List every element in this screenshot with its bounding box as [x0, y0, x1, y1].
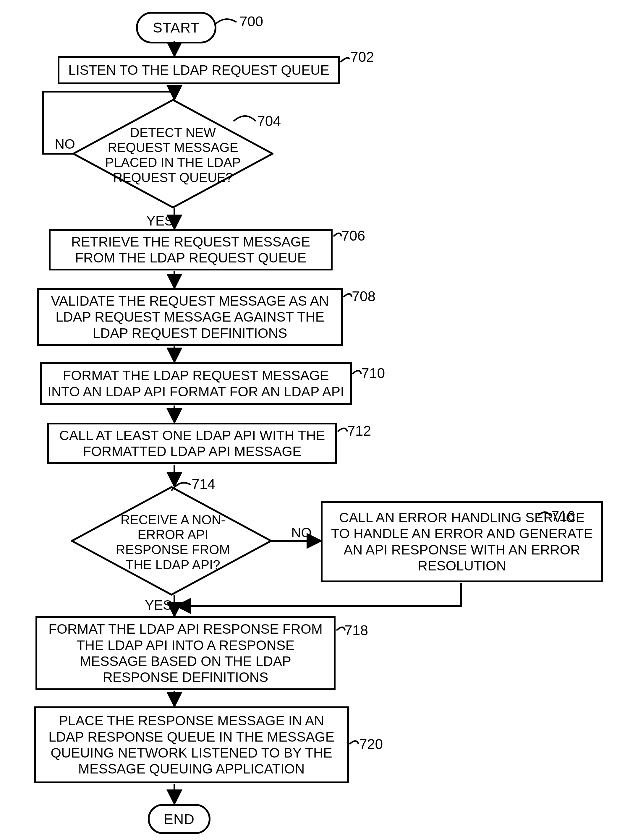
decision-704 — [73, 99, 273, 208]
process-710: FORMAT THE LDAP REQUEST MESSAGE INTO AN … — [40, 362, 352, 405]
process-720: PLACE THE RESPONSE MESSAGE IN AN LDAP RE… — [34, 706, 349, 783]
label-714-yes: YES — [145, 597, 172, 613]
ref-710: 710 — [361, 365, 385, 381]
ref-720: 720 — [359, 736, 383, 752]
ref-702: 702 — [351, 49, 374, 65]
ref-716: 716 — [551, 508, 575, 524]
ref-712: 712 — [347, 423, 371, 439]
svg-marker-0 — [73, 100, 273, 207]
process-708: VALIDATE THE REQUEST MESSAGE AS AN LDAP … — [37, 288, 343, 346]
ref-700: 700 — [240, 13, 263, 30]
ref-706: 706 — [341, 227, 365, 244]
label-704-no: NO — [55, 136, 75, 152]
ref-708: 708 — [352, 288, 376, 305]
decision-714 — [71, 486, 272, 595]
label-704-yes: YES — [146, 213, 174, 229]
flowchart-canvas: START LISTEN TO THE LDAP REQUEST QUEUE D… — [0, 0, 630, 840]
process-718-text: FORMAT THE LDAP API RESPONSE FROM THE LD… — [43, 621, 328, 685]
process-720-text: PLACE THE RESPONSE MESSAGE IN AN LDAP RE… — [42, 713, 341, 777]
start-label: START — [153, 19, 199, 36]
process-718: FORMAT THE LDAP API RESPONSE FROM THE LD… — [35, 616, 336, 690]
process-702: LISTEN TO THE LDAP REQUEST QUEUE — [58, 56, 340, 84]
process-702-text: LISTEN TO THE LDAP REQUEST QUEUE — [68, 62, 329, 78]
end-terminator: END — [148, 804, 210, 834]
svg-marker-1 — [72, 487, 271, 595]
process-712-text: CALL AT LEAST ONE LDAP API WITH THE FORM… — [55, 427, 329, 459]
process-708-text: VALIDATE THE REQUEST MESSAGE AS AN LDAP … — [45, 293, 335, 341]
start-terminator: START — [136, 12, 216, 43]
end-label: END — [164, 811, 194, 827]
process-712: CALL AT LEAST ONE LDAP API WITH THE FORM… — [47, 423, 337, 464]
process-706: RETRIEVE THE REQUEST MESSAGE FROM THE LD… — [49, 229, 333, 270]
label-714-no: NO — [291, 525, 312, 541]
ref-714: 714 — [191, 476, 215, 492]
ref-704: 704 — [257, 113, 281, 129]
ref-718: 718 — [344, 622, 368, 638]
process-710-text: FORMAT THE LDAP REQUEST MESSAGE INTO AN … — [47, 367, 344, 399]
process-706-text: RETRIEVE THE REQUEST MESSAGE FROM THE LD… — [57, 234, 325, 266]
